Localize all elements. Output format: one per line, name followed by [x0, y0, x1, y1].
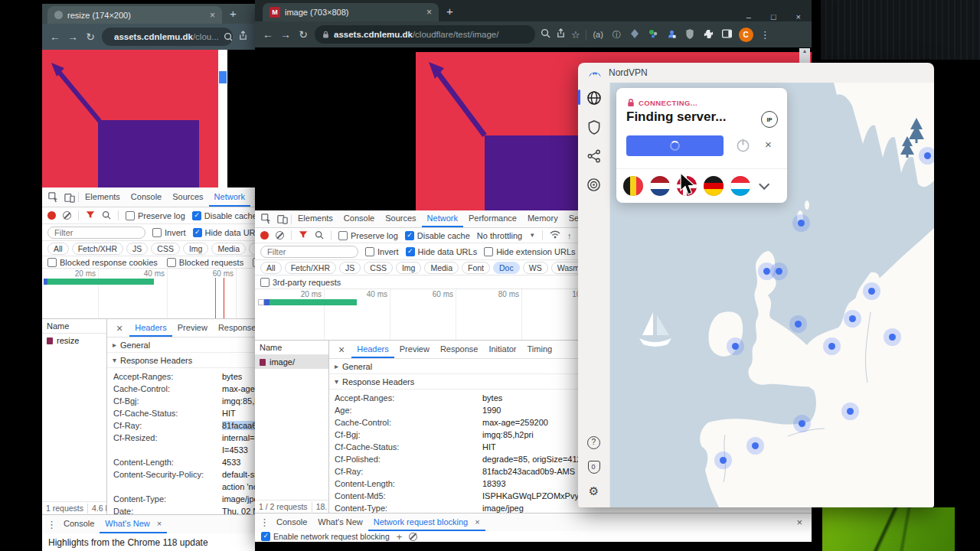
devtools-tab[interactable]: Performance	[463, 210, 522, 227]
import-har-icon[interactable]	[567, 231, 572, 240]
sidebar-settings-gear-icon[interactable]	[589, 485, 599, 497]
info-icon[interactable]: ⓘ	[610, 29, 623, 41]
filter-chip[interactable]: Doc	[493, 262, 520, 274]
collapse-icon[interactable]	[113, 356, 116, 364]
scrollbar-thumb[interactable]	[219, 71, 227, 83]
minimize-icon[interactable]: –	[746, 12, 751, 21]
checkbox[interactable]	[484, 247, 493, 256]
checkbox[interactable]	[47, 258, 57, 267]
record-icon[interactable]	[260, 231, 269, 240]
reload-icon[interactable]	[297, 28, 309, 41]
profile-avatar[interactable]: C	[739, 28, 753, 42]
server-location-pin[interactable]	[847, 408, 854, 415]
kite-extension-icon[interactable]	[629, 29, 642, 40]
sidebar-target-icon[interactable]	[586, 178, 601, 195]
devtools-tab[interactable]: Network	[209, 187, 250, 207]
pane-tab[interactable]: Headers	[351, 341, 394, 358]
drawer-tab[interactable]: Console	[58, 515, 100, 533]
sidebar-help-icon[interactable]	[587, 436, 600, 449]
checkbox[interactable]	[365, 247, 374, 256]
server-location-pin[interactable]	[889, 334, 896, 341]
network-filter-input[interactable]	[47, 227, 145, 239]
back-icon[interactable]	[262, 28, 274, 41]
checkbox[interactable]	[405, 231, 414, 240]
close-pane-icon[interactable]	[110, 322, 129, 334]
checkbox-toggle[interactable]: Blocked requests	[167, 258, 243, 267]
sidebar-map-globe-icon[interactable]	[586, 90, 602, 109]
filter-chip[interactable]: All	[260, 262, 282, 274]
devtools-tab[interactable]: Sources	[167, 187, 208, 207]
drawer-menu-icon[interactable]	[258, 517, 271, 528]
checkbox-toggle[interactable]: Hide data URLs	[193, 228, 255, 237]
filter-chip[interactable]: Font	[249, 243, 255, 255]
pane-tab[interactable]: Response	[213, 319, 255, 337]
checkbox-toggle[interactable]: Hide data URLs	[406, 247, 478, 256]
drawer-tab[interactable]: Network request blocking	[368, 514, 485, 531]
checkbox[interactable]	[152, 228, 162, 237]
extensions-puzzle-icon[interactable]	[702, 29, 715, 41]
server-location-pin[interactable]	[732, 343, 739, 350]
expand-icon[interactable]	[113, 341, 116, 349]
devtools-tab[interactable]: Console	[338, 210, 380, 227]
drawer-tab[interactable]: Console	[271, 514, 312, 531]
chevron-down-icon[interactable]	[759, 179, 769, 190]
filter-chip[interactable]: CSS	[364, 262, 393, 274]
pane-tab[interactable]: Timing	[522, 341, 558, 358]
menu-kebab-icon[interactable]	[759, 29, 772, 41]
checkbox[interactable]	[260, 278, 270, 287]
pane-tab[interactable]: Preview	[394, 341, 435, 358]
search-icon[interactable]	[102, 210, 111, 221]
close-window-icon[interactable]: ×	[796, 12, 801, 21]
close-tab-icon[interactable]	[210, 10, 215, 21]
request-row[interactable]: resize	[42, 334, 106, 347]
close-drawer-icon[interactable]	[796, 517, 808, 528]
checkbox[interactable]	[192, 211, 201, 220]
country-flag-icon[interactable]	[623, 176, 643, 196]
inspect-element-icon[interactable]	[259, 213, 274, 225]
devtools-tab[interactable]: Network	[422, 210, 463, 227]
page-scrollbar[interactable]	[218, 50, 227, 187]
device-toolbar-icon[interactable]	[62, 191, 77, 204]
filter-chip[interactable]: Img	[183, 243, 209, 255]
power-disconnect-icon[interactable]	[735, 137, 751, 156]
block-icon[interactable]	[409, 533, 417, 541]
collapse-icon[interactable]	[335, 377, 338, 386]
filter-chip[interactable]: JS	[126, 243, 148, 255]
shield-extension-icon[interactable]	[684, 29, 697, 41]
share-icon[interactable]	[238, 30, 248, 44]
drawer-menu-icon[interactable]	[45, 519, 58, 530]
checkbox-toggle[interactable]: Disable cache	[405, 231, 470, 240]
device-toolbar-icon[interactable]	[275, 213, 290, 225]
throttling-select[interactable]: No throttling	[477, 231, 522, 240]
server-location-pin[interactable]	[868, 288, 875, 295]
checkbox-toggle[interactable]: Invert	[365, 247, 399, 256]
general-section[interactable]: General	[107, 337, 255, 353]
filter-chip[interactable]: All	[47, 243, 69, 255]
server-location-pin[interactable]	[828, 343, 835, 350]
side-panel-icon[interactable]	[720, 29, 733, 40]
filter-chip[interactable]: Media	[211, 243, 246, 255]
maximize-icon[interactable]: □	[771, 12, 776, 21]
colored-dots-extension-icon[interactable]	[647, 29, 660, 40]
filter-funnel-icon[interactable]	[299, 230, 308, 240]
sidebar-shield-icon[interactable]	[587, 120, 601, 138]
checkbox[interactable]	[167, 258, 176, 267]
filter-chip[interactable]: Img	[396, 262, 422, 274]
checkbox[interactable]	[338, 231, 348, 240]
server-location-pin[interactable]	[849, 315, 856, 322]
server-location-pin[interactable]	[752, 442, 759, 449]
server-location-pin[interactable]	[720, 457, 727, 464]
filter-chip[interactable]: Font	[462, 262, 490, 274]
close-pane-icon[interactable]	[332, 344, 351, 356]
country-flag-icon[interactable]	[704, 176, 724, 196]
chevron-down-icon[interactable]	[529, 232, 535, 239]
server-location-pin[interactable]	[776, 268, 782, 275]
filter-chip[interactable]: JS	[339, 262, 361, 274]
checkbox-toggle[interactable]: 3rd-party requests	[260, 278, 341, 287]
back-icon[interactable]	[49, 31, 61, 43]
inspect-element-icon[interactable]	[46, 191, 61, 204]
connect-button[interactable]	[626, 135, 724, 156]
country-flag-icon[interactable]	[650, 176, 670, 196]
browser-tab[interactable]: resize (174×200)	[47, 6, 222, 24]
devtools-tab[interactable]: Sources	[380, 210, 421, 227]
